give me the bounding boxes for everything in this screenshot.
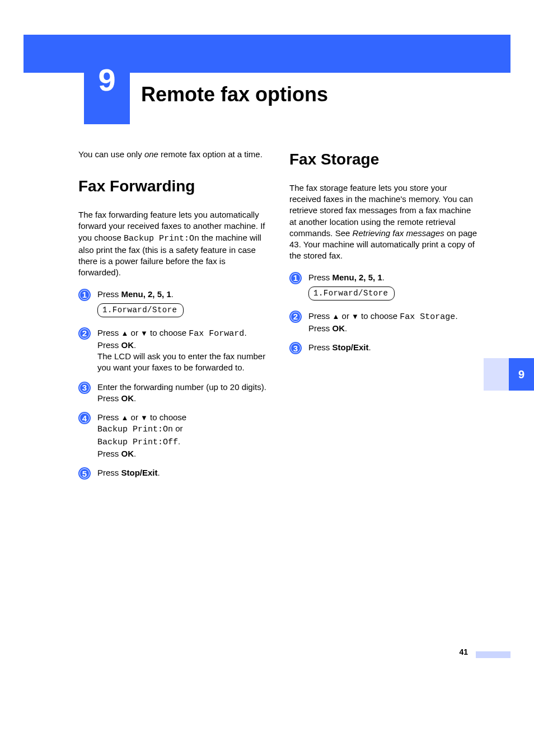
ff-s4-or: or	[128, 412, 140, 422]
ff-s1-keys: , 2, 5, 1	[143, 289, 171, 299]
step-bullet-2: 2	[78, 327, 91, 340]
ff-s1-lcd: 1.Forward/Store	[97, 303, 184, 317]
ff-s1-dot: .	[171, 289, 174, 299]
up-arrow-icon: ▲	[332, 312, 340, 322]
ff-s4-ok: OK	[121, 449, 134, 458]
down-arrow-icon: ▼	[140, 328, 148, 339]
fs-body-italic: Retrieving fax messages	[353, 228, 444, 238]
ff-s4-dot2: .	[134, 449, 136, 458]
up-arrow-icon: ▲	[121, 328, 129, 339]
page-number-bar	[476, 651, 510, 658]
chapter-title: Remote fax options	[141, 83, 328, 106]
fs-step-1-body: Press Menu, 2, 5, 1. 1.Forward/Store	[308, 272, 478, 303]
ff-s2-dot: .	[244, 328, 246, 337]
intro-italic: one	[144, 149, 158, 159]
ff-s5-dot: .	[158, 468, 160, 477]
content-area: You can use only one remote fax option a…	[78, 149, 478, 487]
ff-s5-prefix: Press	[97, 468, 121, 477]
step-bullet-4: 4	[78, 412, 91, 424]
chapter-number: 9	[98, 62, 115, 98]
fs-s3-dot: .	[369, 342, 371, 352]
fs-s2-or: or	[339, 311, 352, 321]
down-arrow-icon: ▼	[352, 312, 359, 322]
fs-s2-choose: to choose	[359, 311, 400, 321]
down-arrow-icon: ▼	[140, 413, 148, 423]
fax-forwarding-body: The fax forwarding feature lets you auto…	[78, 209, 267, 279]
fs-step-2: 2 Press ▲ or ▼ to choose Fax Storage. Pr…	[289, 311, 478, 335]
chapter-number-box: 9	[84, 35, 130, 124]
ff-s4-mono1: Backup Print:On	[97, 425, 173, 434]
fax-storage-body: The fax storage feature lets you store y…	[289, 182, 478, 262]
fs-step-2-body: Press ▲ or ▼ to choose Fax Storage. Pres…	[308, 311, 478, 335]
ff-s2-press: Press	[97, 340, 121, 350]
ff-step-2: 2 Press ▲ or ▼ to choose Fax Forward. Pr…	[78, 327, 267, 374]
ff-s4-prefix: Press	[97, 412, 121, 422]
fs-s2-dot2: .	[345, 323, 347, 333]
fs-s2-prefix: Press	[308, 311, 332, 321]
fs-s2-ok: OK	[332, 323, 345, 333]
side-tab-number: 9	[518, 368, 524, 381]
ff-step-1: 1 Press Menu, 2, 5, 1. 1.Forward/Store	[78, 289, 267, 320]
page-number: 41	[459, 647, 468, 656]
fs-s1-dot: .	[382, 273, 385, 282]
fs-step-3: 3 Press Stop/Exit.	[289, 342, 478, 354]
ff-s2-choose: to choose	[148, 328, 189, 337]
ff-step-3-body: Enter the forwarding number (up to 20 di…	[97, 382, 267, 405]
fs-s3-stop: Stop/Exit	[332, 342, 369, 352]
ff-s4-mono2: Backup Print:Off	[97, 438, 178, 447]
ff-s5-stop: Stop/Exit	[121, 468, 158, 477]
ff-step-5-body: Press Stop/Exit.	[97, 467, 267, 478]
right-column: Fax Storage The fax storage feature lets…	[289, 149, 478, 487]
left-column: You can use only one remote fax option a…	[78, 149, 267, 487]
fs-step-3-body: Press Stop/Exit.	[308, 342, 478, 353]
fs-s3-prefix: Press	[308, 342, 332, 352]
ff-s2-prefix: Press	[97, 328, 121, 337]
fs-s2-press: Press	[308, 323, 332, 333]
intro-prefix: You can use only	[78, 149, 144, 159]
fax-forwarding-heading: Fax Forwarding	[78, 176, 267, 197]
ff-s4-choose: to choose	[148, 412, 186, 422]
ff-step-5: 5 Press Stop/Exit.	[78, 467, 267, 480]
fs-s1-menu: Menu	[332, 273, 354, 282]
intro-suffix: remote fax option at a time.	[158, 149, 263, 159]
fs-s1-lcd: 1.Forward/Store	[308, 287, 395, 300]
ff-step-4: 4 Press ▲ or ▼ to choose Backup Print:On…	[78, 412, 267, 459]
ff-s2-ok: OK	[121, 340, 134, 350]
ff-s3-press: Press	[97, 393, 121, 403]
ff-step-3: 3 Enter the forwarding number (up to 20 …	[78, 382, 267, 405]
fs-s1-keys: , 2, 5, 1	[354, 273, 382, 282]
step-bullet-1: 1	[289, 272, 302, 284]
step-bullet-3: 3	[289, 342, 302, 354]
side-tab-shadow	[484, 358, 509, 391]
ff-step-1-body: Press Menu, 2, 5, 1. 1.Forward/Store	[97, 289, 267, 320]
ff-s2-mono: Fax Forward	[189, 329, 244, 339]
step-bullet-2: 2	[289, 311, 302, 323]
up-arrow-icon: ▲	[121, 413, 129, 423]
ff-s2-tail: The LCD will ask you to enter the fax nu…	[97, 351, 265, 372]
side-tab: 9	[509, 358, 534, 391]
fs-s2-dot: .	[455, 311, 457, 321]
ff-s3-dot: .	[134, 393, 136, 403]
ff-s3-line1: Enter the forwarding number (up to 20 di…	[97, 382, 266, 392]
fs-step-1: 1 Press Menu, 2, 5, 1. 1.Forward/Store	[289, 272, 478, 303]
fs-s1-prefix: Press	[308, 273, 332, 282]
ff-s4-press: Press	[97, 449, 121, 458]
step-bullet-3: 3	[78, 382, 91, 394]
step-bullet-5: 5	[78, 467, 91, 480]
ff-s1-prefix: Press	[97, 289, 121, 299]
ff-s4-dot: .	[178, 436, 180, 446]
ff-step-4-body: Press ▲ or ▼ to choose Backup Print:On o…	[97, 412, 267, 459]
ff-s3-ok: OK	[121, 393, 134, 403]
ff-s2-or: or	[128, 328, 140, 337]
intro-text: You can use only one remote fax option a…	[78, 149, 267, 160]
step-bullet-1: 1	[78, 289, 91, 301]
fax-storage-heading: Fax Storage	[289, 149, 478, 170]
ff-s2-dot2: .	[134, 340, 136, 350]
ff-step-2-body: Press ▲ or ▼ to choose Fax Forward. Pres…	[97, 327, 267, 374]
ff-s1-menu: Menu	[121, 289, 143, 299]
ff-body-mono: Backup Print:On	[124, 234, 199, 243]
fs-s2-mono: Fax Storage	[400, 312, 455, 322]
ff-s4-or2: or	[173, 424, 183, 433]
